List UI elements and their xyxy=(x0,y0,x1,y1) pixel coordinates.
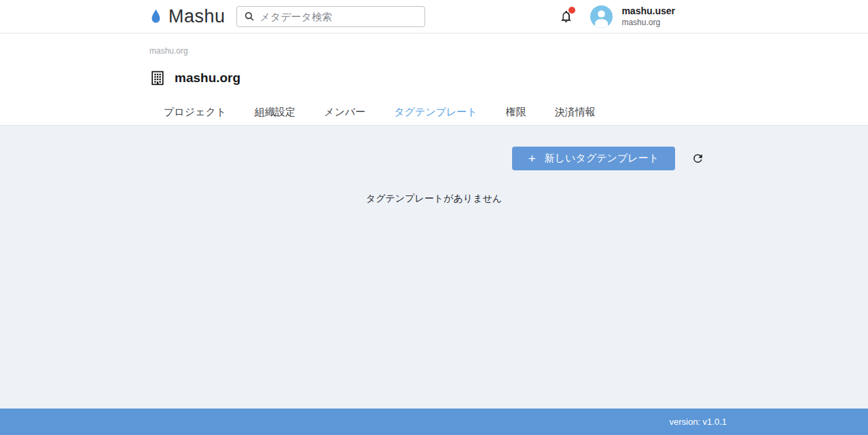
tab-bar: プロジェクト 組織設定 メンバー タグテンプレート 権限 決済情報 xyxy=(149,100,719,128)
tab-organization-settings[interactable]: 組織設定 xyxy=(240,100,310,128)
page-header-section: mashu.org mashu.org プロジェクト 組織設定 xyxy=(0,34,868,126)
tab-permissions[interactable]: 権限 xyxy=(492,100,541,128)
tab-billing[interactable]: 決済情報 xyxy=(541,100,610,128)
avatar[interactable] xyxy=(590,5,613,28)
user-name: mashu.user xyxy=(621,5,675,16)
app-footer: version: v1.0.1 xyxy=(0,409,868,435)
app-logo[interactable]: Mashu xyxy=(149,6,225,27)
search-icon xyxy=(244,11,255,22)
new-tag-template-label: 新しいタグテンプレート xyxy=(545,152,659,165)
toolbar: + 新しいタグテンプレート xyxy=(149,147,719,170)
notifications-button[interactable] xyxy=(559,8,573,24)
app-header: Mashu xyxy=(0,0,868,34)
tab-members[interactable]: メンバー xyxy=(310,100,380,128)
user-org: mashu.org xyxy=(621,18,675,28)
search-box xyxy=(236,6,425,27)
building-icon xyxy=(149,70,166,86)
notification-badge xyxy=(568,7,575,14)
search-input[interactable] xyxy=(260,11,418,22)
plus-icon: + xyxy=(528,152,536,165)
new-tag-template-button[interactable]: + 新しいタグテンプレート xyxy=(512,147,675,170)
refresh-button[interactable] xyxy=(691,152,704,165)
tab-tag-templates[interactable]: タグテンプレート xyxy=(380,100,491,128)
tab-projects[interactable]: プロジェクト xyxy=(149,100,240,128)
logo-text: Mashu xyxy=(168,6,225,27)
person-icon xyxy=(590,5,613,28)
user-info[interactable]: mashu.user mashu.org xyxy=(621,5,675,28)
refresh-icon xyxy=(691,152,704,165)
empty-state-message: タグテンプレートがありません xyxy=(149,193,719,205)
version-label: version: v1.0.1 xyxy=(669,417,727,427)
breadcrumb[interactable]: mashu.org xyxy=(149,46,719,56)
main-content: + 新しいタグテンプレート タグテンプレートがありません xyxy=(0,126,868,409)
droplet-icon xyxy=(149,7,162,25)
page-title: mashu.org xyxy=(175,71,240,86)
